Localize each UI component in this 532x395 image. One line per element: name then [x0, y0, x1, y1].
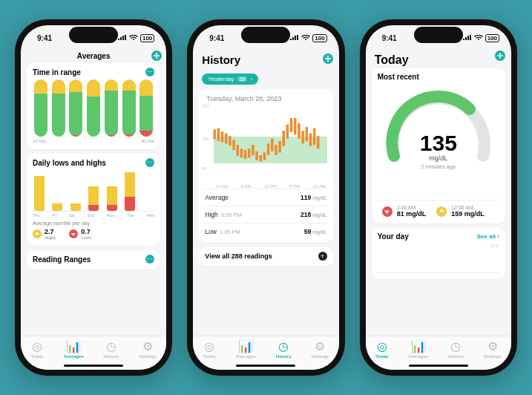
svg-rect-15 — [271, 139, 273, 151]
chart-icon: 📊 — [240, 341, 252, 353]
tab-history[interactable]: ◷History — [276, 341, 292, 359]
svg-rect-8 — [244, 150, 246, 159]
svg-rect-10 — [252, 145, 254, 155]
chart-icon: 📊 — [68, 341, 79, 353]
phone-history: 9:41 100 History Yesterday 29 › Tuesday,… — [187, 19, 344, 376]
plus-icon: + — [318, 252, 327, 261]
svg-rect-25 — [309, 134, 312, 146]
add-button[interactable] — [323, 53, 333, 64]
tab-averages[interactable]: 📊Averages — [408, 341, 428, 359]
tab-averages[interactable]: 📊Averages — [236, 341, 256, 359]
dl-day: Sat — [69, 213, 75, 218]
battery-icon: 100 — [312, 34, 326, 42]
svg-rect-24 — [306, 127, 308, 141]
gear-icon: ⚙ — [487, 341, 499, 353]
svg-rect-17 — [279, 141, 281, 153]
home-indicator[interactable] — [64, 365, 123, 367]
clock: 9:41 — [209, 34, 224, 42]
svg-rect-11 — [256, 151, 258, 160]
dl-footer: Average number per day — [33, 221, 154, 226]
signal-icon — [118, 35, 127, 41]
svg-rect-14 — [267, 143, 269, 155]
chart-icon: 📊 — [413, 341, 424, 353]
tab-history[interactable]: ◷History — [448, 341, 464, 359]
today-low: 2:40 AM81 mg/dL — [382, 205, 427, 218]
chevron-right-icon: › — [250, 76, 252, 82]
tir-title: Time in range — [33, 68, 81, 76]
add-button[interactable] — [151, 50, 162, 61]
tab-settings[interactable]: ⚙Settings — [311, 341, 329, 359]
gear-icon: ⚙ — [314, 341, 326, 353]
today-title: Today — [372, 50, 505, 68]
gear-icon: ⚙ — [142, 341, 154, 353]
history-chart-card: Tuesday, March 28, 2023 324 162 48 — [199, 89, 332, 243]
home-indicator[interactable] — [236, 365, 295, 367]
dl-day: Mon — [107, 213, 115, 218]
reading-ranges-card[interactable]: Reading Ranges ⋯ — [27, 250, 160, 270]
your-day-chart: 324 — [378, 244, 499, 273]
tab-settings[interactable]: ⚙Settings — [484, 341, 502, 359]
tab-settings[interactable]: ⚙Settings — [139, 341, 157, 359]
add-button[interactable] — [495, 50, 505, 61]
status-icons: 100 — [290, 34, 326, 42]
signal-icon — [290, 35, 299, 41]
highs-stat: 2.7Highs — [33, 228, 56, 240]
svg-rect-6 — [237, 145, 239, 156]
tab-history[interactable]: ◷History — [103, 341, 119, 359]
history-date: Tuesday, March 28, 2023 — [203, 94, 328, 104]
today-high: 12:00 AM159 mg/dL — [436, 205, 485, 218]
clock: 9:41 — [382, 34, 397, 42]
svg-rect-22 — [298, 123, 301, 139]
dl-day: Fri — [52, 213, 56, 218]
svg-rect-0 — [214, 129, 216, 139]
clock-icon: ◷ — [450, 341, 462, 353]
date-filter-chip[interactable]: Yesterday 29 › — [202, 74, 258, 85]
lows-stat: 0.7Lows — [69, 228, 91, 240]
clock-icon: ◷ — [278, 341, 289, 353]
svg-rect-18 — [283, 131, 285, 146]
phone-averages: 9:41 100 Averages Time in range ⋯ — [15, 19, 172, 376]
svg-rect-27 — [317, 136, 319, 148]
time-in-range-card: Time in range ⋯ 24 Mar 30 Mar — [27, 63, 160, 149]
daily-lows-highs-card: Daily lows and highs ⋯ Thu Fri Sat Su — [27, 154, 160, 246]
your-day-card: Your day See all › 324 — [372, 228, 505, 279]
wifi-icon — [474, 35, 483, 41]
notch — [241, 27, 290, 43]
history-chart: 324 162 48 — [202, 104, 329, 184]
home-indicator[interactable] — [409, 365, 468, 367]
wifi-icon — [129, 35, 138, 41]
tir-chart — [33, 79, 154, 137]
stat-average: Average 119mg/dL — [203, 189, 328, 206]
view-all-readings-button[interactable]: View all 288 readings + — [199, 247, 332, 267]
see-all-button[interactable]: See all › — [477, 233, 499, 240]
tir-more-button[interactable]: ⋯ — [145, 68, 154, 76]
up-arrow-icon — [436, 206, 447, 217]
nav-title: Averages — [77, 52, 111, 60]
svg-rect-9 — [248, 148, 250, 157]
rr-more-button[interactable]: ⋯ — [145, 255, 154, 264]
svg-rect-1 — [217, 128, 220, 141]
svg-rect-19 — [286, 125, 289, 139]
tab-today[interactable]: ◎Today — [375, 341, 388, 359]
x-tick: 12 PM — [264, 184, 277, 189]
battery-icon: 100 — [140, 34, 154, 42]
stat-high: High9:50 PM 218mg/dL — [203, 206, 328, 223]
tab-today[interactable]: ◎Today — [203, 341, 216, 359]
x-tick: 12 AM — [313, 184, 326, 189]
tab-today[interactable]: ◎Today — [30, 341, 43, 359]
svg-rect-21 — [294, 118, 296, 134]
sun-icon: ◎ — [203, 341, 215, 353]
tab-averages[interactable]: 📊Averages — [64, 341, 84, 359]
battery-icon: 100 — [485, 34, 499, 42]
history-title: History — [199, 50, 332, 71]
tir-x-end: 30 Mar — [141, 139, 155, 143]
status-icons: 100 — [463, 34, 499, 42]
dl-title: Daily lows and highs — [33, 159, 106, 167]
phone-today: 9:41 100 Today Most recent 135 mg — [360, 19, 517, 376]
down-arrow-icon — [69, 229, 78, 238]
status-icons: 100 — [118, 34, 154, 42]
svg-rect-26 — [313, 128, 315, 145]
notch — [414, 27, 463, 43]
up-arrow-icon — [33, 229, 42, 238]
dl-more-button[interactable]: ⋯ — [145, 158, 154, 167]
